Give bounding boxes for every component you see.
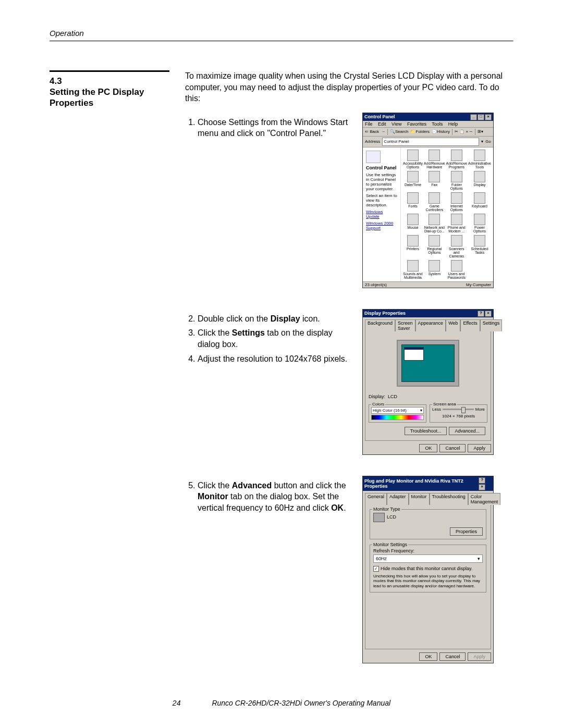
icon-scanners[interactable]: Scanners and Cameras — [446, 235, 467, 258]
icon-internet[interactable]: Internet Options — [446, 192, 467, 212]
color-depth-select[interactable]: High Color (16 bit)▾ — [371, 407, 424, 414]
cp-menubar[interactable]: File Edit View Favorites Tools Help — [363, 121, 493, 128]
cancel-button[interactable]: Cancel — [439, 444, 466, 452]
help-icon[interactable]: ? — [478, 311, 484, 317]
link-windows-update[interactable]: Windows Update — [366, 209, 397, 219]
search-button[interactable]: 🔍Search — [390, 129, 408, 134]
icon-users[interactable]: Users and Passwords — [446, 260, 467, 279]
cp-titlebar: Control Panel _□× — [363, 113, 493, 121]
properties-button[interactable]: Properties — [450, 527, 483, 536]
icon-scheduled[interactable]: Scheduled Tasks — [468, 235, 491, 258]
screen-area-group: Screen area Less More 1024 × 768 pixels — [430, 404, 487, 423]
refresh-frequency-select[interactable]: 60Hz▾ — [373, 554, 483, 563]
cp-folder-icon — [366, 151, 381, 163]
folders-button[interactable]: 📁Folders — [410, 129, 430, 134]
resolution-slider[interactable] — [443, 409, 474, 410]
icon-game[interactable]: Game Controllers — [424, 192, 445, 212]
tab-color-management[interactable]: Color Management — [468, 493, 501, 505]
mp-title: Plug and Play Monitor and NVidia Riva TN… — [364, 478, 478, 489]
address-input[interactable] — [382, 138, 479, 146]
step-1: Choose Settings from the Windows Start m… — [198, 117, 352, 139]
maximize-icon[interactable]: □ — [478, 114, 484, 120]
icon-system[interactable]: System — [424, 260, 445, 279]
refresh-label: Refresh Frequency: — [373, 548, 483, 553]
window-control-buttons[interactable]: _□× — [470, 114, 492, 120]
tab-settings[interactable]: Settings — [480, 319, 503, 331]
menu-tools[interactable]: Tools — [432, 121, 443, 127]
menu-edit[interactable]: Edit — [378, 121, 386, 127]
cp-side-hint: Select an item to view its description. — [366, 193, 397, 207]
page-footer: 24 Runco CR-26HD/CR-32HDi Owner's Operat… — [50, 699, 513, 707]
close-icon[interactable]: × — [485, 114, 492, 120]
cp-title: Control Panel — [364, 114, 395, 119]
icon-add-programs[interactable]: Add/Remove Programs — [446, 150, 467, 169]
dp-title: Display Properties — [364, 311, 406, 316]
troubleshoot-button[interactable]: Troubleshoot... — [405, 427, 447, 435]
header-rule — [50, 41, 513, 42]
step-3: Click the Settings tab on the display di… — [198, 327, 352, 350]
tab-troubleshooting[interactable]: Troubleshooting — [430, 493, 468, 505]
icon-accessibility[interactable]: Accessibility Options — [403, 150, 423, 169]
icon-sounds[interactable]: Sounds and Multimedia — [403, 260, 423, 279]
icon-datetime[interactable]: Date/Time — [403, 171, 423, 190]
section-title: Setting the PC Display Properties — [50, 87, 169, 109]
icon-network[interactable]: Network and Dial-up Co... — [424, 214, 445, 233]
tab-effects[interactable]: Effects — [460, 319, 480, 331]
monitor-type-value: LCD — [387, 514, 396, 520]
mp-titlebar: Plug and Play Monitor and NVidia Riva TN… — [363, 476, 493, 491]
icon-regional[interactable]: Regional Options — [424, 235, 445, 258]
dp-titlebar: Display Properties ?× — [363, 310, 493, 317]
back-button[interactable]: ⇐ Back — [365, 129, 379, 134]
tab-appearance[interactable]: Appearance — [415, 319, 446, 331]
icon-admin-tools[interactable]: Administrative Tools — [468, 150, 491, 169]
icon-phone[interactable]: Phone and Modem ... — [446, 214, 467, 233]
tab-web[interactable]: Web — [446, 319, 460, 331]
colors-group: Colors High Color (16 bit)▾ — [369, 404, 426, 423]
mp-tabs[interactable]: General Adapter Monitor Troubleshooting … — [363, 491, 493, 504]
apply-button[interactable]: Apply — [468, 444, 491, 452]
close-icon[interactable]: × — [479, 484, 485, 490]
hide-modes-text: Unchecking this box will allow you to se… — [373, 574, 483, 589]
icon-folder-options[interactable]: Folder Options — [446, 171, 467, 190]
icon-fonts[interactable]: Fonts — [403, 192, 423, 212]
link-win2000-support[interactable]: Windows 2000 Support — [366, 221, 397, 230]
ok-button[interactable]: OK — [419, 652, 437, 661]
tab-adapter[interactable]: Adapter — [387, 493, 409, 505]
icon-fax[interactable]: Fax — [424, 171, 445, 190]
advanced-button[interactable]: Advanced... — [449, 427, 485, 435]
icon-add-hardware[interactable]: Add/Remove Hardware — [424, 150, 445, 169]
icon-printers[interactable]: Printers — [403, 235, 423, 258]
icon-power[interactable]: Power Options — [468, 214, 491, 233]
minimize-icon[interactable]: _ — [470, 114, 477, 120]
tab-monitor[interactable]: Monitor — [409, 493, 430, 505]
icon-mouse[interactable]: Mouse — [403, 214, 423, 233]
close-icon[interactable]: × — [485, 311, 492, 317]
control-panel-window: Control Panel _□× File Edit View Favorit… — [362, 113, 494, 288]
apply-button[interactable]: Apply — [468, 652, 491, 661]
cp-side-title: Control Panel — [366, 165, 397, 170]
menu-file[interactable]: File — [365, 121, 373, 127]
monitor-settings-group: Monitor Settings Refresh Frequency: 60Hz… — [370, 545, 486, 593]
icon-keyboard[interactable]: Keyboard — [468, 192, 491, 212]
cp-addressbar[interactable]: Address ▾ Go — [363, 137, 493, 147]
go-button[interactable]: Go — [485, 139, 491, 144]
icon-display[interactable]: Display — [468, 171, 491, 190]
tab-background[interactable]: Background — [365, 319, 395, 331]
cp-toolbar[interactable]: ⇐ Back → 🔍Search 📁Folders 🕘History ✂ 📋 ×… — [363, 128, 493, 137]
page-header: Operation — [50, 29, 513, 38]
ok-button[interactable]: OK — [419, 444, 437, 452]
hide-modes-checkbox[interactable]: ✓Hide modes that this monitor cannot dis… — [373, 566, 483, 572]
dp-tabs[interactable]: Background Screen Saver Appearance Web E… — [363, 317, 493, 331]
monitor-properties-dialog: Plug and Play Monitor and NVidia Riva TN… — [362, 476, 494, 663]
address-label: Address — [365, 139, 380, 144]
menu-help[interactable]: Help — [448, 121, 458, 127]
page-number: 24 — [173, 699, 181, 707]
tab-general[interactable]: General — [365, 493, 387, 505]
cancel-button[interactable]: Cancel — [439, 652, 466, 661]
menu-view[interactable]: View — [391, 121, 401, 127]
history-button[interactable]: 🕘History — [432, 129, 450, 134]
tab-screensaver[interactable]: Screen Saver — [395, 319, 415, 331]
menu-favorites[interactable]: Favorites — [407, 121, 426, 127]
cp-side-text: Use the settings in Control Panel to per… — [366, 172, 397, 191]
help-icon[interactable]: ? — [479, 477, 485, 484]
